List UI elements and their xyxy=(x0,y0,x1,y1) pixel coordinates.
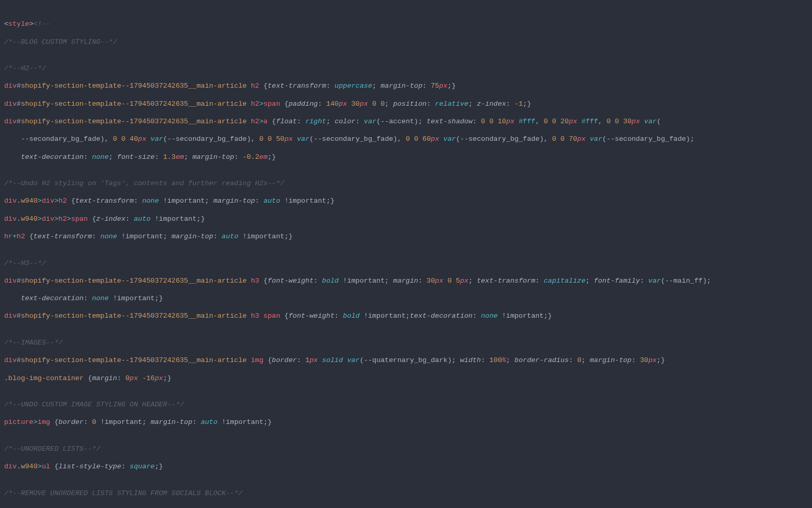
comment-ul: /*--UNORDERED LISTS--*/ xyxy=(4,445,100,453)
html-comment-start: <!-- xyxy=(34,20,50,28)
comment-h3: /*--H3--*/ xyxy=(4,259,46,267)
code-editor-viewport[interactable]: { "code": { "l1_open":"<", "l1_style":"s… xyxy=(0,0,812,508)
angle-open: < xyxy=(4,20,8,28)
angle-close: > xyxy=(29,20,34,28)
comment-blog-styling: /*--BLOG CUSTOM STYLING--*/ xyxy=(4,38,117,46)
style-tag: style xyxy=(8,20,29,28)
comment-undo-img: /*--UNDO CUSTOM IMAGE STYLING ON HEADER-… xyxy=(4,401,184,408)
comment-remove-ul: /*--REMOVE UNORDERED LISTS STYLING FROM … xyxy=(4,489,243,497)
comment-undo-h2: /*--Undo H2 styling on 'Tags', contents … xyxy=(4,179,284,187)
code-content: <style><!-- /*--BLOG CUSTOM STYLING--*/ … xyxy=(4,20,808,508)
comment-images: /*--IMAGES--*/ xyxy=(4,339,62,347)
comment-h2: /*--H2--*/ xyxy=(4,64,46,72)
